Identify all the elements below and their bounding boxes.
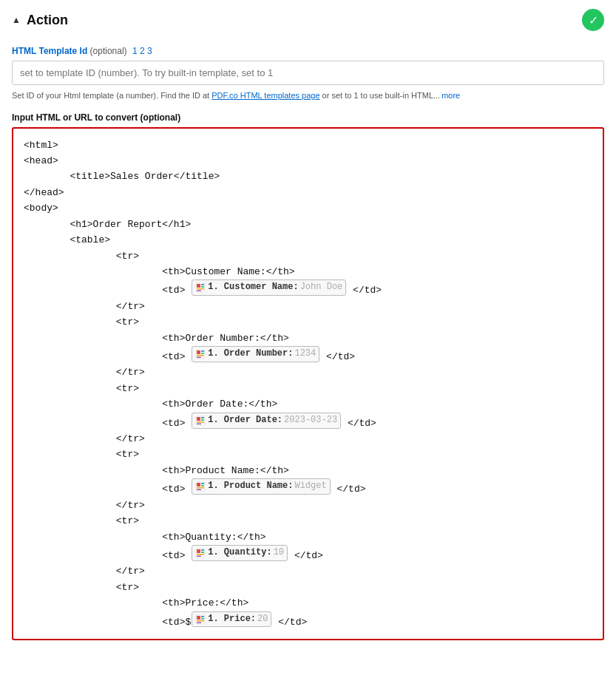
code-line: </head> — [24, 185, 592, 200]
token-chip: 1. Product Name: Widget — [192, 478, 330, 495]
code-line: <h1>Order Report</h1> — [24, 217, 592, 232]
chip-icon — [195, 481, 206, 492]
svg-rect-15 — [201, 419, 204, 421]
code-line: <tr> — [24, 580, 592, 595]
success-check-icon: ✓ — [582, 9, 604, 31]
svg-rect-25 — [197, 549, 200, 553]
svg-rect-2 — [201, 284, 204, 285]
page-title: Action — [27, 13, 68, 28]
hint-text: Set ID of your Html template (a number).… — [12, 89, 604, 102]
header: ▲ Action ✓ — [12, 9, 604, 31]
svg-rect-7 — [197, 350, 200, 354]
template-id-section: HTML Template Id (optional) 1 2 3 — [12, 46, 604, 85]
code-line: </tr> — [24, 431, 592, 447]
code-line: <html> — [24, 138, 592, 153]
code-line: <th>Order Date:</th> — [24, 396, 592, 412]
more-link[interactable]: more — [441, 91, 460, 100]
code-line: <head> — [24, 153, 592, 169]
code-line: <th>Quantity:</th> — [24, 529, 592, 545]
code-line: <th>Customer Name:</th> — [24, 264, 592, 279]
code-line: <td> 1. Order Number: 1234 </td> — [24, 346, 592, 365]
svg-rect-28 — [197, 554, 204, 555]
svg-rect-34 — [197, 620, 204, 622]
code-line: <tr> — [24, 381, 592, 396]
code-line: <title>Sales Order</title> — [24, 169, 592, 184]
svg-rect-29 — [197, 555, 201, 557]
code-line: <td> 1. Customer Name: John Doe </td> — [24, 279, 592, 298]
svg-rect-8 — [201, 350, 204, 352]
code-line: <tr> — [24, 248, 592, 264]
code-line: </tr> — [24, 498, 592, 513]
template-id-label: HTML Template Id (optional) 1 2 3 — [12, 46, 604, 56]
svg-rect-27 — [201, 552, 204, 553]
template-id-input[interactable] — [12, 61, 604, 85]
chip-icon — [195, 614, 206, 625]
pdfco-link[interactable]: PDF.co HTML templates page — [211, 91, 319, 100]
code-line: <td> 1. Quantity: 10 </td> — [24, 545, 592, 563]
svg-rect-5 — [197, 291, 201, 292]
svg-rect-26 — [201, 549, 204, 551]
svg-rect-4 — [197, 288, 204, 290]
code-line: <td>$ 1. Price: 20 </td> — [24, 611, 592, 630]
html-code-editor[interactable]: <html><head> <title>Sales Order</title><… — [12, 127, 604, 640]
code-line: <tr> — [24, 314, 592, 330]
svg-rect-10 — [197, 355, 204, 356]
svg-rect-9 — [201, 353, 204, 354]
chip-icon — [195, 282, 206, 293]
svg-rect-35 — [197, 622, 201, 623]
code-line: <td> 1. Order Date: 2023-03-23 </td> — [24, 413, 592, 431]
code-line: <tr> — [24, 447, 592, 462]
code-line: <th>Product Name:</th> — [24, 463, 592, 478]
token-chip: 1. Quantity: 10 — [192, 545, 288, 561]
header-left: ▲ Action — [12, 13, 68, 28]
code-line: <tr> — [24, 513, 592, 529]
chip-icon — [195, 349, 206, 359]
svg-rect-13 — [197, 417, 200, 421]
svg-rect-22 — [197, 487, 204, 489]
svg-rect-23 — [197, 489, 201, 491]
svg-rect-14 — [201, 417, 204, 418]
token-chip: 1. Price: 20 — [192, 611, 271, 628]
code-line: <td> 1. Product Name: Widget </td> — [24, 478, 592, 497]
svg-rect-31 — [197, 616, 200, 620]
code-line: </tr> — [24, 299, 592, 314]
svg-rect-17 — [197, 423, 201, 424]
svg-rect-33 — [201, 618, 204, 620]
html-input-section: Input HTML or URL to convert (optional) … — [12, 112, 604, 640]
svg-rect-11 — [197, 356, 201, 358]
token-chip: 1. Order Number: 1234 — [192, 346, 319, 362]
page-container: ▲ Action ✓ HTML Template Id (optional) 1… — [0, 0, 616, 652]
html-input-label: Input HTML or URL to convert (optional) — [12, 112, 604, 123]
token-chip: 1. Customer Name: John Doe — [192, 279, 346, 296]
svg-rect-20 — [201, 483, 204, 484]
svg-rect-32 — [201, 616, 204, 617]
code-line: </tr> — [24, 563, 592, 579]
chevron-up-icon: ▲ — [12, 15, 21, 25]
code-line: <body> — [24, 200, 592, 216]
chip-icon — [195, 548, 206, 558]
code-line: <th>Price:</th> — [24, 595, 592, 611]
svg-rect-19 — [197, 483, 200, 487]
svg-rect-21 — [201, 485, 204, 487]
code-line: <table> — [24, 232, 592, 248]
svg-rect-1 — [197, 284, 200, 288]
token-chip: 1. Order Date: 2023-03-23 — [192, 413, 341, 429]
chip-icon — [195, 416, 206, 426]
code-line: </tr> — [24, 365, 592, 380]
svg-rect-3 — [201, 286, 204, 288]
svg-rect-16 — [197, 421, 204, 423]
code-line: <th>Order Number:</th> — [24, 330, 592, 346]
